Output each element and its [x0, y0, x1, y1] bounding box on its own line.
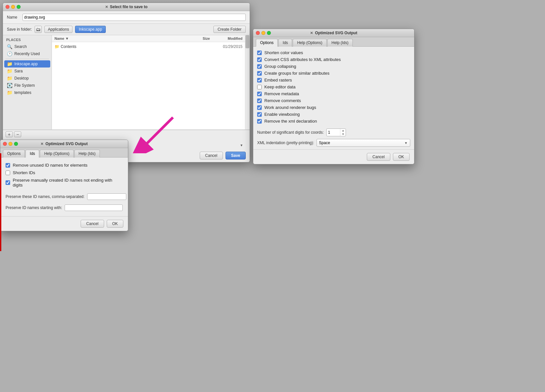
ids-label-shorten: Shorten IDs: [13, 170, 35, 175]
col-header-modified[interactable]: Modified: [210, 37, 242, 40]
small-maximize-button[interactable]: [14, 142, 18, 146]
label-enable-viewboxing: Enable viewboxing: [264, 112, 300, 117]
large-tab-options[interactable]: Options: [256, 39, 278, 47]
xml-indent-select-wrapper: Space Tab None ▼: [317, 139, 410, 147]
label-remove-xml-decl: Remove the xml declaration: [264, 119, 317, 124]
sidebar-label-file-system: File System: [14, 83, 35, 88]
ids-label-preserve-manual: Preserve manually created ID names not e…: [13, 178, 123, 188]
small-minimize-button[interactable]: [8, 142, 12, 146]
sidebar-item-templates[interactable]: 📁 templates: [4, 89, 50, 96]
sig-digits-input[interactable]: [327, 130, 340, 135]
sidebar-item-inkscape-app[interactable]: 📁 Inkscape.app: [4, 60, 50, 68]
large-tab-help-options[interactable]: Help (Options): [293, 39, 326, 47]
opt-group-collapsing: Group collapsing: [257, 63, 410, 70]
cb-create-groups[interactable]: [257, 71, 262, 76]
sidebar-item-desktop[interactable]: 📁 Desktop: [4, 75, 50, 82]
preserve-start-label: Preserve ID names starting with:: [6, 205, 62, 210]
small-ok-button[interactable]: OK: [107, 220, 123, 228]
cb-keep-editor[interactable]: [257, 85, 262, 89]
small-tab-options[interactable]: Options: [3, 150, 25, 158]
file-folder-icon: 📁: [54, 44, 59, 49]
small-dialog-buttons: Cancel OK: [0, 216, 128, 231]
filename-input[interactable]: [23, 14, 246, 21]
ids-checkbox-shorten[interactable]: [6, 171, 10, 175]
opt-shorten-color: Shorten color values: [257, 49, 410, 56]
minimize-button[interactable]: [11, 5, 15, 9]
cb-remove-comments[interactable]: [257, 98, 262, 103]
breadcrumb-inkscape-app[interactable]: Inkscape.app: [75, 26, 105, 33]
ids-option-preserve-manual: Preserve manually created ID names not e…: [6, 176, 123, 189]
small-tab-help-options[interactable]: Help (Options): [40, 150, 73, 158]
sidebar-item-sara[interactable]: 📁 Sara: [4, 68, 50, 75]
opt-svg-small-titlebar: ✕ Optimized SVG Output: [0, 140, 128, 148]
xml-indent-label: XML indentation (pretty-printing):: [257, 141, 314, 145]
save-button[interactable]: Save: [226, 152, 246, 159]
cb-remove-xml-decl[interactable]: [257, 119, 262, 124]
large-options-section: Shorten color values Convert CSS attribu…: [253, 47, 414, 149]
save-dialog-title: ✕ Select file to save to: [105, 5, 148, 9]
small-close-button[interactable]: [3, 142, 7, 146]
ids-checkbox-remove-unused[interactable]: [6, 163, 10, 168]
large-tab-ids[interactable]: Ids: [278, 39, 292, 47]
ids-checkbox-preserve-manual[interactable]: [6, 180, 10, 185]
scrollbar-track[interactable]: [245, 35, 250, 129]
large-ok-button[interactable]: OK: [393, 153, 410, 161]
label-embed-rasters: Embed rasters: [264, 78, 292, 83]
preserve-comma-label: Preserve these ID names, comma-separated…: [6, 194, 85, 199]
large-tab-help-ids[interactable]: Help (Ids): [327, 39, 353, 47]
optimized-svg-large-dialog: ✕ Optimized SVG Output Options Ids Help …: [253, 29, 414, 164]
file-list-header: Name ▼ Size Modified: [52, 35, 245, 42]
sara-icon: 📁: [7, 68, 12, 74]
ids-tab-content: Remove unused ID names for elements Shor…: [0, 158, 128, 216]
cb-convert-css[interactable]: [257, 57, 262, 62]
sig-digits-row: Number of significant digits for coords:…: [257, 128, 410, 136]
sig-digits-stepper: ▲ ▼: [340, 129, 346, 136]
cb-remove-metadata[interactable]: [257, 92, 262, 96]
close-button[interactable]: [6, 5, 9, 9]
cancel-save-button[interactable]: Cancel: [200, 152, 223, 159]
cb-embed-rasters[interactable]: [257, 78, 262, 83]
bottom-toolbar: + −: [3, 130, 250, 139]
label-convert-css: Convert CSS attributes to XML attributes: [264, 57, 341, 62]
maximize-button[interactable]: [17, 5, 21, 9]
remove-folder-button[interactable]: −: [14, 131, 21, 137]
file-modified: 01/29/2015: [210, 44, 242, 49]
cb-enable-viewboxing[interactable]: [257, 112, 262, 117]
sig-digits-label: Number of significant digits for coords:: [257, 130, 324, 135]
preserve-start-input[interactable]: [65, 204, 123, 211]
add-folder-button[interactable]: +: [6, 131, 13, 137]
small-tab-ids[interactable]: Ids: [25, 150, 39, 158]
xml-indent-select[interactable]: Space Tab None: [317, 139, 410, 147]
scrollbar-thumb[interactable]: [245, 35, 249, 48]
large-minimize-button[interactable]: [261, 31, 265, 35]
sidebar-item-search[interactable]: 🔍 Search: [4, 43, 50, 50]
folder-icon-button[interactable]: 🗂: [35, 26, 42, 33]
cb-renderer-bugs[interactable]: [257, 105, 262, 110]
small-tab-help-ids[interactable]: Help (Ids): [74, 150, 100, 158]
small-cancel-button[interactable]: Cancel: [81, 220, 104, 228]
col-header-name[interactable]: Name ▼: [54, 37, 190, 40]
inkscape-folder-icon: 📁: [7, 61, 12, 67]
label-group-collapsing: Group collapsing: [264, 64, 296, 69]
sig-digits-down[interactable]: ▼: [340, 132, 346, 136]
sidebar-label-sara: Sara: [14, 69, 23, 73]
sig-digits-up[interactable]: ▲: [340, 129, 346, 132]
sidebar-item-recently-used[interactable]: 🕐 Recently Used: [4, 50, 50, 57]
large-maximize-button[interactable]: [267, 31, 271, 35]
sidebar-label-templates: templates: [14, 90, 31, 95]
cb-group-collapsing[interactable]: [257, 64, 262, 69]
sidebar-label-inkscape-app: Inkscape.app: [14, 62, 38, 66]
file-row[interactable]: 📁 Contents 01/29/2015: [52, 43, 245, 50]
large-cancel-button[interactable]: Cancel: [367, 153, 390, 161]
large-close-button[interactable]: [256, 31, 260, 35]
opt-keep-editor: Keep editor data: [257, 83, 410, 90]
create-folder-button[interactable]: Create Folder: [213, 26, 246, 33]
preserve-comma-row: Preserve these ID names, comma-separated…: [6, 192, 123, 201]
traffic-lights: [6, 5, 21, 9]
sidebar-item-file-system[interactable]: 💽 File System: [4, 82, 50, 89]
cb-shorten-color[interactable]: [257, 51, 262, 55]
col-header-size[interactable]: Size: [190, 37, 210, 40]
breadcrumb-applications[interactable]: Applications: [44, 26, 73, 33]
preserve-comma-input[interactable]: [87, 193, 126, 200]
opt-svg-large-titlebar: ✕ Optimized SVG Output: [253, 29, 414, 37]
